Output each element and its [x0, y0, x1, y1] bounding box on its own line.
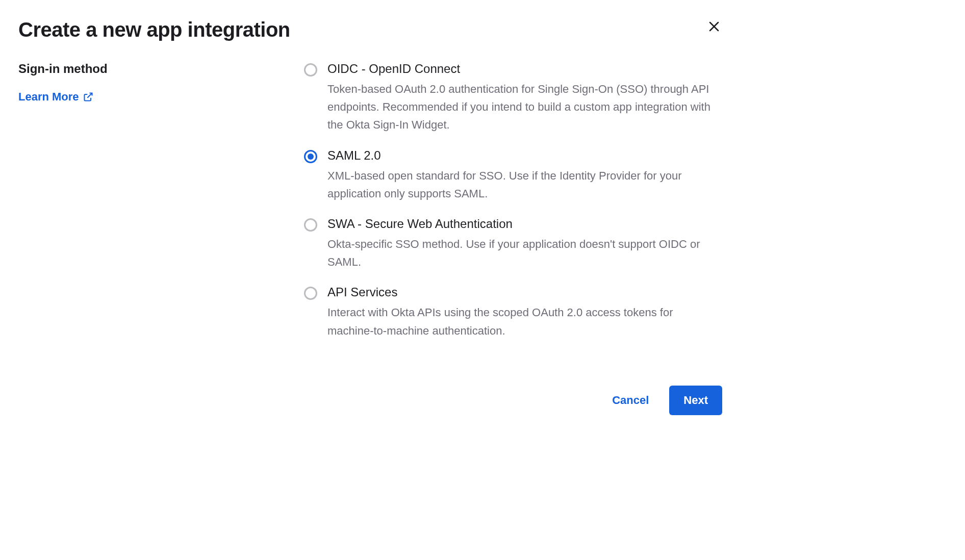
radio-circle — [304, 287, 317, 300]
modal-content: Sign-in method Learn More OIDC - OpenID … — [18, 62, 722, 340]
radio-circle — [304, 63, 317, 77]
create-app-integration-modal: Create a new app integration Sign-in met… — [0, 0, 741, 434]
radio-title: SAML 2.0 — [327, 148, 722, 163]
radio-content: SAML 2.0 XML-based open standard for SSO… — [327, 148, 722, 202]
sign-in-method-radio-group: OIDC - OpenID Connect Token-based OAuth … — [304, 62, 722, 340]
learn-more-link[interactable]: Learn More — [18, 90, 93, 104]
radio-option-api-services[interactable]: API Services Interact with Okta APIs usi… — [304, 285, 722, 339]
radio-description: Interact with Okta APIs using the scoped… — [327, 303, 722, 339]
close-icon — [708, 20, 720, 33]
radio-option-oidc[interactable]: OIDC - OpenID Connect Token-based OAuth … — [304, 62, 722, 134]
radio-content: API Services Interact with Okta APIs usi… — [327, 285, 722, 339]
radio-title: OIDC - OpenID Connect — [327, 62, 722, 76]
external-link-icon — [83, 92, 93, 102]
radio-option-saml[interactable]: SAML 2.0 XML-based open standard for SSO… — [304, 148, 722, 202]
left-column: Sign-in method Learn More — [18, 62, 284, 340]
radio-description: Okta-specific SSO method. Use if your ap… — [327, 235, 722, 271]
radio-content: OIDC - OpenID Connect Token-based OAuth … — [327, 62, 722, 134]
radio-description: XML-based open standard for SSO. Use if … — [327, 167, 722, 202]
radio-title: SWA - Secure Web Authentication — [327, 217, 722, 231]
cancel-button[interactable]: Cancel — [600, 386, 661, 415]
radio-circle — [304, 218, 317, 232]
next-button[interactable]: Next — [669, 386, 722, 415]
section-label: Sign-in method — [18, 62, 284, 76]
radio-title: API Services — [327, 285, 722, 299]
modal-title: Create a new app integration — [18, 18, 722, 41]
modal-footer: Cancel Next — [18, 386, 722, 415]
right-column: OIDC - OpenID Connect Token-based OAuth … — [304, 62, 722, 340]
radio-content: SWA - Secure Web Authentication Okta-spe… — [327, 217, 722, 271]
learn-more-text: Learn More — [18, 90, 79, 104]
radio-description: Token-based OAuth 2.0 authentication for… — [327, 80, 722, 134]
radio-circle — [304, 150, 317, 163]
radio-option-swa[interactable]: SWA - Secure Web Authentication Okta-spe… — [304, 217, 722, 271]
close-button[interactable] — [706, 18, 722, 35]
